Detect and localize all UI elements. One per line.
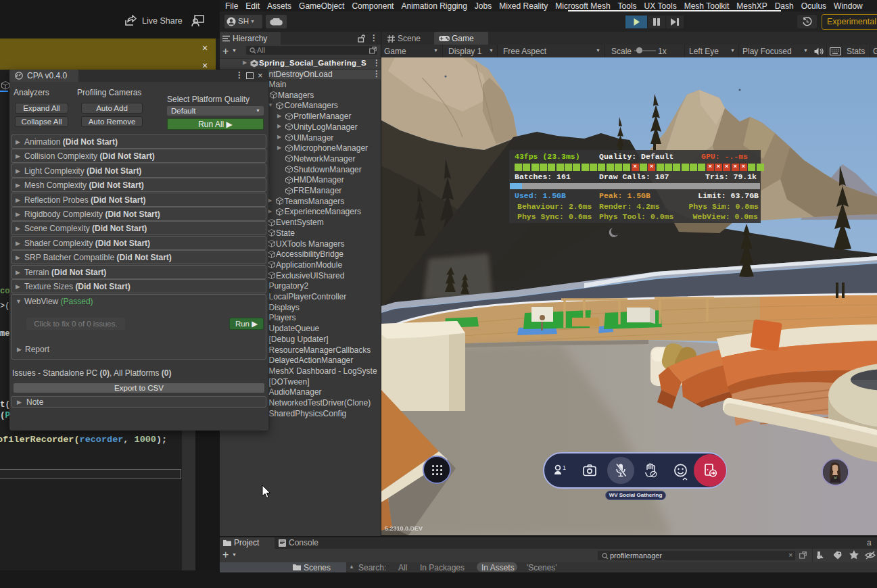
- svg-text:5.2310.0.DEV: 5.2310.0.DEV: [385, 525, 423, 532]
